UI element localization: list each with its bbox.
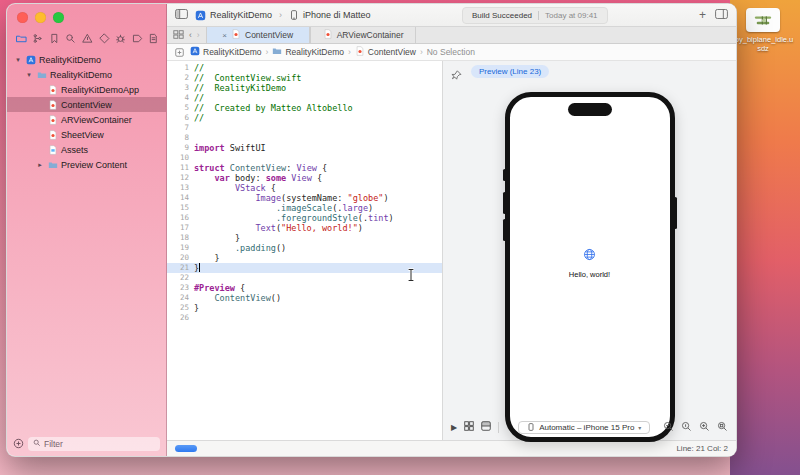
sidebar-item-arviewcontainer[interactable]: ARViewContainer bbox=[7, 112, 166, 127]
sidebar-item-contentview[interactable]: ContentView bbox=[7, 97, 166, 112]
desktop-file-usdz[interactable]: toy_biplane_idle.usdz bbox=[732, 8, 794, 53]
code-line-7[interactable]: 7 bbox=[167, 123, 442, 133]
close-tab-icon[interactable]: × bbox=[222, 31, 227, 40]
code-line-25[interactable]: 25} bbox=[167, 303, 442, 313]
code-line-5[interactable]: 5// Created by Matteo Altobello bbox=[167, 103, 442, 113]
line-number[interactable]: 17 bbox=[167, 223, 194, 233]
preview-device-selector[interactable]: Automatic – iPhone 15 Pro ▾ bbox=[518, 421, 650, 434]
run-destination-selector[interactable]: iPhone di Matteo bbox=[289, 10, 371, 20]
line-number[interactable]: 11 bbox=[167, 163, 194, 173]
forward-button[interactable]: › bbox=[197, 30, 200, 40]
code-line-9[interactable]: 9import SwiftUI bbox=[167, 143, 442, 153]
code-line-16[interactable]: 16 .foregroundStyle(.tint) bbox=[167, 213, 442, 223]
sidebar-item-assets[interactable]: Assets bbox=[7, 142, 166, 157]
zoom-window-button[interactable] bbox=[53, 12, 64, 23]
reports-icon[interactable] bbox=[148, 32, 161, 45]
code-line-13[interactable]: 13 VStack { bbox=[167, 183, 442, 193]
code-line-6[interactable]: 6// bbox=[167, 113, 442, 123]
line-number[interactable]: 24 bbox=[167, 293, 194, 303]
add-item-icon[interactable] bbox=[13, 438, 24, 451]
breadcrumb-item-realitykitdemo[interactable]: RealityKitDemo bbox=[272, 46, 344, 58]
debug-icon[interactable] bbox=[114, 32, 127, 45]
code-line-11[interactable]: 11struct ContentView: View { bbox=[167, 163, 442, 173]
code-line-2[interactable]: 2// ContentView.swift bbox=[167, 73, 442, 83]
line-number[interactable]: 26 bbox=[167, 313, 194, 323]
live-preview-button[interactable]: ▶ bbox=[451, 423, 457, 432]
activity-status[interactable]: Build Succeeded Today at 09:41 bbox=[462, 7, 608, 24]
line-number[interactable]: 9 bbox=[167, 143, 194, 153]
line-number[interactable]: 1 bbox=[167, 63, 194, 73]
line-number[interactable]: 7 bbox=[167, 123, 194, 133]
code-line-4[interactable]: 4// bbox=[167, 93, 442, 103]
variants-button[interactable] bbox=[464, 421, 474, 433]
line-number[interactable]: 3 bbox=[167, 83, 194, 93]
line-number[interactable]: 12 bbox=[167, 173, 194, 183]
tab-arviewcontainer[interactable]: ARViewContainer bbox=[310, 27, 417, 43]
sidebar-item-realitykitdemoapp[interactable]: RealityKitDemoApp bbox=[7, 82, 166, 97]
sidebar-item-sheetview[interactable]: SheetView bbox=[7, 127, 166, 142]
code-line-21[interactable]: 21} bbox=[167, 263, 442, 273]
tab-contentview[interactable]: ×ContentView bbox=[206, 27, 310, 43]
breakpoints-icon[interactable] bbox=[131, 32, 144, 45]
editor-options-icon[interactable] bbox=[715, 9, 728, 21]
line-number[interactable]: 14 bbox=[167, 193, 194, 203]
code-line-12[interactable]: 12 var body: some View { bbox=[167, 173, 442, 183]
code-line-15[interactable]: 15 .imageScale(.large) bbox=[167, 203, 442, 213]
line-number[interactable]: 15 bbox=[167, 203, 194, 213]
code-line-3[interactable]: 3// RealityKitDemo bbox=[167, 83, 442, 93]
line-number[interactable]: 5 bbox=[167, 103, 194, 113]
find-icon[interactable] bbox=[65, 32, 78, 45]
disclosure-open-icon[interactable]: ▾ bbox=[25, 71, 33, 79]
disclosure-open-icon[interactable]: ▾ bbox=[14, 56, 22, 64]
line-number[interactable]: 8 bbox=[167, 133, 194, 143]
code-line-18[interactable]: 18 } bbox=[167, 233, 442, 243]
line-number[interactable]: 21 bbox=[167, 263, 194, 273]
line-number[interactable]: 22 bbox=[167, 273, 194, 283]
code-line-26[interactable]: 26 bbox=[167, 313, 442, 323]
zoom-in-icon[interactable] bbox=[699, 421, 710, 434]
related-items-icon[interactable] bbox=[175, 48, 184, 57]
editor-pane[interactable]: 1//2// ContentView.swift3// RealityKitDe… bbox=[167, 61, 442, 440]
back-button[interactable]: ‹ bbox=[189, 30, 192, 40]
line-number[interactable]: 2 bbox=[167, 73, 194, 83]
device-settings-button[interactable] bbox=[481, 421, 491, 433]
line-number[interactable]: 25 bbox=[167, 303, 194, 313]
zoom-fit-icon[interactable] bbox=[717, 421, 728, 434]
line-number[interactable]: 13 bbox=[167, 183, 194, 193]
tests-icon[interactable] bbox=[98, 32, 111, 45]
code-line-20[interactable]: 20 } bbox=[167, 253, 442, 263]
code-line-23[interactable]: 23#Preview { bbox=[167, 283, 442, 293]
line-number[interactable]: 10 bbox=[167, 153, 194, 163]
code-line-8[interactable]: 8 bbox=[167, 133, 442, 143]
line-number[interactable]: 19 bbox=[167, 243, 194, 253]
code-line-24[interactable]: 24 ContentView() bbox=[167, 293, 442, 303]
sidebar-item-preview-content[interactable]: ▸Preview Content bbox=[7, 157, 166, 172]
pin-preview-icon[interactable] bbox=[451, 67, 462, 85]
line-number[interactable]: 23 bbox=[167, 283, 194, 293]
code-line-1[interactable]: 1// bbox=[167, 63, 442, 73]
code-line-19[interactable]: 19 .padding() bbox=[167, 243, 442, 253]
breadcrumb-item-realitykitdemo[interactable]: RealityKitDemo bbox=[190, 46, 262, 58]
library-plus-icon[interactable]: + bbox=[699, 9, 706, 21]
line-number[interactable]: 20 bbox=[167, 253, 194, 263]
tab-overview-icon[interactable] bbox=[173, 30, 184, 41]
breadcrumb-item-no-selection[interactable]: No Selection bbox=[427, 47, 475, 57]
bookmarks-icon[interactable] bbox=[48, 32, 61, 45]
line-number[interactable]: 18 bbox=[167, 233, 194, 243]
breadcrumb-item-contentview[interactable]: ContentView bbox=[355, 46, 416, 58]
zoom-actual-icon[interactable] bbox=[681, 421, 692, 434]
sidebar-toggle-icon[interactable] bbox=[175, 9, 188, 21]
line-number[interactable]: 16 bbox=[167, 213, 194, 223]
minimize-window-button[interactable] bbox=[35, 12, 46, 23]
disclosure-closed-icon[interactable]: ▸ bbox=[36, 161, 44, 169]
line-number[interactable]: 4 bbox=[167, 93, 194, 103]
line-number[interactable]: 6 bbox=[167, 113, 194, 123]
project-navigator-icon[interactable] bbox=[15, 32, 28, 45]
code-line-22[interactable]: 22 bbox=[167, 273, 442, 283]
source-control-icon[interactable] bbox=[32, 32, 45, 45]
sidebar-item-realitykitdemo[interactable]: ▾RealityKitDemo bbox=[7, 52, 166, 67]
sidebar-item-realitykitdemo[interactable]: ▾RealityKitDemo bbox=[7, 67, 166, 82]
code-line-10[interactable]: 10 bbox=[167, 153, 442, 163]
close-window-button[interactable] bbox=[17, 12, 28, 23]
issues-icon[interactable] bbox=[81, 32, 94, 45]
